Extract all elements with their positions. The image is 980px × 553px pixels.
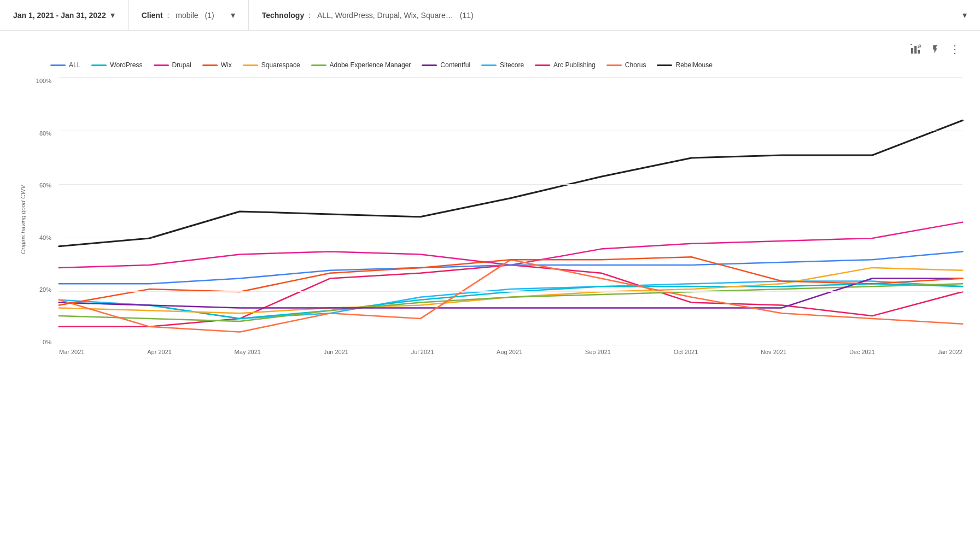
client-label: Client bbox=[142, 11, 163, 20]
x-tick: Aug 2021 bbox=[497, 349, 522, 355]
x-tick: Mar 2021 bbox=[59, 349, 84, 355]
chart-type-icon[interactable] bbox=[908, 42, 923, 57]
line-arc bbox=[59, 265, 962, 327]
svg-rect-1 bbox=[914, 46, 917, 54]
legend-item-wordpress[interactable]: WordPress bbox=[91, 61, 142, 69]
x-tick: Dec 2021 bbox=[849, 349, 875, 355]
tech-value: ALL, WordPress, Drupal, Wix, Square… bbox=[317, 11, 453, 20]
legend-item-chorus[interactable]: Chorus bbox=[606, 61, 646, 69]
legend-line-rebelmouse bbox=[657, 64, 672, 66]
date-filter-chevron: ▾ bbox=[110, 10, 115, 20]
legend-item-contentful[interactable]: Contentful bbox=[422, 61, 470, 69]
grid-line bbox=[59, 131, 962, 131]
legend-label-all: ALL bbox=[69, 61, 80, 69]
chart-toolbar: ⋮ bbox=[18, 37, 962, 61]
y-tick: 0% bbox=[33, 339, 56, 345]
client-filter-chevron: ▾ bbox=[231, 10, 235, 20]
legend-line-all bbox=[50, 64, 66, 66]
client-value: mobile bbox=[176, 11, 198, 20]
grid-line bbox=[59, 291, 962, 292]
x-tick: Jun 2021 bbox=[324, 349, 348, 355]
line-all bbox=[59, 252, 962, 284]
y-axis: 0%20%40%60%80%100% bbox=[33, 78, 56, 345]
legend-label-contentful: Contentful bbox=[440, 61, 470, 69]
more-options-icon[interactable]: ⋮ bbox=[947, 42, 962, 57]
x-tick: Jul 2021 bbox=[411, 349, 434, 355]
y-tick: 20% bbox=[33, 286, 56, 293]
chart-container: Origins having good CWV 0%20%40%60%80%10… bbox=[18, 78, 962, 362]
legend-line-wix bbox=[202, 64, 218, 66]
y-tick: 40% bbox=[33, 234, 56, 241]
x-tick: May 2021 bbox=[235, 349, 261, 355]
x-tick: Sep 2021 bbox=[585, 349, 611, 355]
legend-label-arc: Arc Publishing bbox=[553, 61, 596, 69]
tech-label: Technology bbox=[262, 11, 305, 20]
plot-area bbox=[59, 78, 962, 345]
legend-item-sitecore[interactable]: Sitecore bbox=[481, 61, 524, 69]
legend-label-rebelmouse: RebelMouse bbox=[675, 61, 712, 69]
chart-area: ⋮ ALL WordPress Drupal Wix Squarespace A… bbox=[0, 31, 980, 379]
legend-line-squarespace bbox=[243, 64, 258, 66]
legend-item-rebelmouse[interactable]: RebelMouse bbox=[657, 61, 712, 69]
tech-filter-chevron: ▾ bbox=[962, 10, 967, 20]
x-axis: Mar 2021Apr 2021May 2021Jun 2021Jul 2021… bbox=[59, 345, 962, 362]
legend-label-aem: Adobe Experience Manager bbox=[330, 61, 411, 69]
legend-item-squarespace[interactable]: Squarespace bbox=[243, 61, 300, 69]
line-rebelmouse bbox=[59, 120, 962, 246]
grid-line bbox=[59, 184, 962, 185]
legend-line-arc bbox=[535, 64, 550, 66]
legend-line-drupal bbox=[154, 64, 169, 66]
client-count: (1) bbox=[205, 11, 214, 20]
legend-label-sitecore: Sitecore bbox=[500, 61, 524, 69]
legend-line-aem bbox=[311, 64, 326, 66]
y-axis-label: Origins having good CWV bbox=[18, 78, 28, 362]
grid-line bbox=[59, 77, 962, 78]
grid-line bbox=[59, 238, 962, 238]
line-sitecore bbox=[59, 281, 962, 319]
svg-point-3 bbox=[919, 45, 921, 47]
legend-label-squarespace: Squarespace bbox=[261, 61, 300, 69]
legend-line-sitecore bbox=[481, 64, 497, 66]
svg-rect-0 bbox=[911, 48, 913, 54]
legend-item-arc[interactable]: Arc Publishing bbox=[535, 61, 596, 69]
client-filter[interactable]: Client: mobile (1) ▾ bbox=[129, 0, 249, 30]
line-chorus bbox=[59, 260, 962, 332]
date-filter[interactable]: Jan 1, 2021 - Jan 31, 2022 ▾ bbox=[0, 0, 129, 30]
technology-filter[interactable]: Technology: ALL, WordPress, Drupal, Wix,… bbox=[249, 0, 980, 30]
filter-bar: Jan 1, 2021 - Jan 31, 2022 ▾ Client: mob… bbox=[0, 0, 980, 31]
tech-count: (11) bbox=[460, 11, 474, 20]
x-tick: Oct 2021 bbox=[674, 349, 698, 355]
date-filter-value: Jan 1, 2021 - Jan 31, 2022 bbox=[13, 11, 106, 20]
x-tick: Jan 2022 bbox=[938, 349, 962, 355]
legend-item-wix[interactable]: Wix bbox=[202, 61, 232, 69]
legend-item-drupal[interactable]: Drupal bbox=[154, 61, 191, 69]
y-tick: 80% bbox=[33, 130, 56, 137]
chart-legend: ALL WordPress Drupal Wix Squarespace Ado… bbox=[18, 61, 962, 69]
y-tick: 60% bbox=[33, 182, 56, 189]
legend-line-wordpress bbox=[91, 64, 107, 66]
svg-rect-2 bbox=[918, 50, 920, 54]
y-tick: 100% bbox=[33, 78, 56, 84]
legend-label-wix: Wix bbox=[221, 61, 232, 69]
chart-svg bbox=[59, 78, 962, 345]
legend-item-all[interactable]: ALL bbox=[50, 61, 80, 69]
legend-line-chorus bbox=[606, 64, 622, 66]
chart-inner: 0%20%40%60%80%100% Mar 2021Apr 2021May 2… bbox=[33, 78, 962, 362]
legend-label-chorus: Chorus bbox=[625, 61, 646, 69]
x-tick: Nov 2021 bbox=[761, 349, 786, 355]
legend-line-contentful bbox=[422, 64, 437, 66]
legend-label-drupal: Drupal bbox=[172, 61, 191, 69]
legend-item-aem[interactable]: Adobe Experience Manager bbox=[311, 61, 411, 69]
x-tick: Apr 2021 bbox=[147, 349, 172, 355]
lightning-icon[interactable] bbox=[928, 42, 943, 57]
legend-label-wordpress: WordPress bbox=[110, 61, 142, 69]
